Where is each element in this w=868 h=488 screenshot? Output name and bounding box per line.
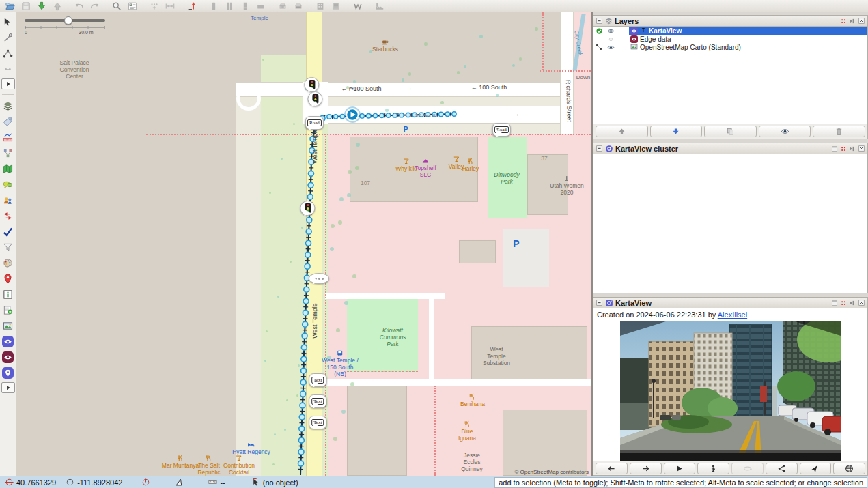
text-marker-balloon[interactable]: Text (309, 373, 326, 387)
window-icon[interactable] (831, 145, 838, 152)
authors-dialog-button[interactable] (2, 194, 14, 206)
road-marker-balloon[interactable]: Road (305, 116, 324, 130)
sticky-icon[interactable] (840, 145, 847, 152)
poi-label: 107 (361, 180, 370, 187)
previous-image-button[interactable] (596, 463, 628, 474)
zoom-slider-knob[interactable] (64, 16, 72, 25)
more-dialogs-button[interactable] (1, 382, 15, 393)
longitude-icon (66, 478, 74, 487)
kartaview-track[interactable] (16, 12, 591, 476)
window-icon[interactable] (831, 300, 838, 306)
traffic-signal-marker-balloon[interactable] (307, 91, 322, 106)
poi-label: DinwoodyPark (494, 172, 519, 186)
merge-tool-button (2, 63, 14, 75)
share-button[interactable] (766, 463, 798, 474)
next-image-button[interactable] (630, 463, 662, 474)
layers-dialog-button[interactable] (2, 100, 14, 112)
draw-node-tool-button[interactable] (2, 31, 14, 44)
dock-icon[interactable] (849, 145, 856, 152)
poi-label: ContributionCocktail (223, 455, 255, 476)
map-paint-styles-button[interactable] (2, 162, 14, 175)
bus-stop-marker-balloon[interactable] (309, 273, 329, 284)
preferences-button[interactable] (125, 1, 139, 12)
map-canvas[interactable]: 0 30.0 m © OpenStreetMap contributors ← … (16, 12, 591, 476)
zoom-slider[interactable] (25, 16, 109, 25)
split-way-button[interactable] (184, 1, 199, 12)
heading-display (137, 476, 155, 488)
pinwhite-icon (2, 367, 14, 379)
poi-label: West Temple /150 South(NB) (322, 349, 359, 377)
sticky-icon[interactable] (840, 300, 847, 306)
improve-way-tool-button[interactable] (2, 47, 14, 59)
close-icon[interactable] (858, 17, 865, 25)
toggle-visibility-button[interactable] (759, 126, 811, 137)
heading-icon (141, 478, 150, 487)
layer-row-kartaview[interactable]: KartaView (593, 27, 867, 35)
move-layer-down-button[interactable] (650, 126, 703, 137)
validator-dialog-button[interactable] (2, 225, 14, 238)
move-layer-up-button[interactable] (596, 126, 648, 137)
visibility-eye-icon[interactable] (604, 27, 617, 35)
conflicts-dialog-button[interactable] (2, 210, 14, 222)
edge-data-layer-icon (630, 35, 638, 43)
dialogs-column: Layers KartaViewEdge dataOpenStreetMap C… (593, 12, 868, 476)
street-label: → (514, 111, 520, 118)
close-icon[interactable] (858, 299, 865, 306)
markers-dialog-button[interactable] (2, 272, 14, 285)
delete-layer-button[interactable] (813, 126, 865, 137)
more-tools-button[interactable] (1, 78, 15, 89)
relations-dialog-button[interactable] (2, 147, 14, 159)
kartaview-layer-toggle[interactable] (2, 335, 14, 347)
collapse-icon[interactable] (596, 299, 603, 306)
traffic-signal-marker-balloon[interactable] (304, 77, 319, 92)
latitude-icon (5, 478, 14, 487)
duplicate-layer-button[interactable] (704, 126, 757, 137)
pegman-button[interactable] (697, 463, 729, 474)
active-layer-icon (593, 27, 604, 35)
traffic-signal-marker-balloon[interactable] (300, 201, 315, 216)
collapse-icon[interactable] (596, 145, 603, 152)
edge-data-layer-toggle[interactable] (2, 351, 14, 363)
scale-zero-label: 0 (25, 30, 27, 35)
poi-label: Hyatt Regency (232, 441, 270, 456)
text-marker-balloon[interactable]: Text (309, 394, 326, 408)
info-dialog-button[interactable] (2, 288, 14, 300)
select-tool-button[interactable] (2, 16, 14, 28)
photo-area (593, 321, 867, 461)
changeset-dialog-button[interactable] (2, 304, 14, 316)
kartaview-dialog-toggle[interactable] (2, 367, 14, 379)
download-data-button[interactable] (34, 1, 48, 12)
layer-row-openstreetmap-carto-standard-[interactable]: OpenStreetMap Carto (Standard) (593, 43, 867, 51)
poi-label: KilowattCommonsPark (380, 328, 406, 347)
distance-display: -- (204, 476, 229, 488)
upload-data-button (50, 1, 64, 12)
author-link[interactable]: AlexIlisei (718, 311, 747, 319)
poi-label: 37 (541, 156, 547, 162)
visibility-eye-icon[interactable] (604, 44, 617, 51)
search-button[interactable] (109, 1, 124, 12)
open-website-button[interactable] (833, 463, 865, 474)
dock-icon[interactable] (849, 18, 856, 25)
text-marker-balloon[interactable]: Text (309, 416, 326, 429)
direction-button[interactable] (800, 463, 832, 474)
filter-dialog-button[interactable] (2, 241, 14, 253)
building-tool-2-button (328, 1, 343, 12)
properties-dialog-button[interactable] (2, 115, 14, 128)
close-icon[interactable] (858, 145, 865, 152)
kartaview-panel-title: KartaView (615, 299, 652, 307)
street-photo[interactable] (620, 321, 841, 461)
visibility-off-icon[interactable] (604, 35, 617, 43)
dock-icon[interactable] (849, 300, 856, 306)
open-file-button[interactable] (3, 1, 17, 12)
layer-row-edge-data[interactable]: Edge data (593, 35, 867, 43)
styles-palette-button[interactable] (2, 257, 14, 269)
play-sequence-button[interactable] (664, 463, 696, 474)
measurement-dialog-button[interactable] (2, 131, 14, 143)
street-label: West Temple (312, 128, 319, 164)
cluster-canvas[interactable] (593, 154, 867, 293)
geotagged-images-button[interactable] (2, 319, 14, 332)
notes-dialog-button[interactable] (2, 178, 14, 190)
collapse-icon[interactable] (596, 17, 603, 25)
sticky-icon[interactable] (840, 18, 847, 25)
road-marker-balloon[interactable]: Road (492, 123, 511, 137)
